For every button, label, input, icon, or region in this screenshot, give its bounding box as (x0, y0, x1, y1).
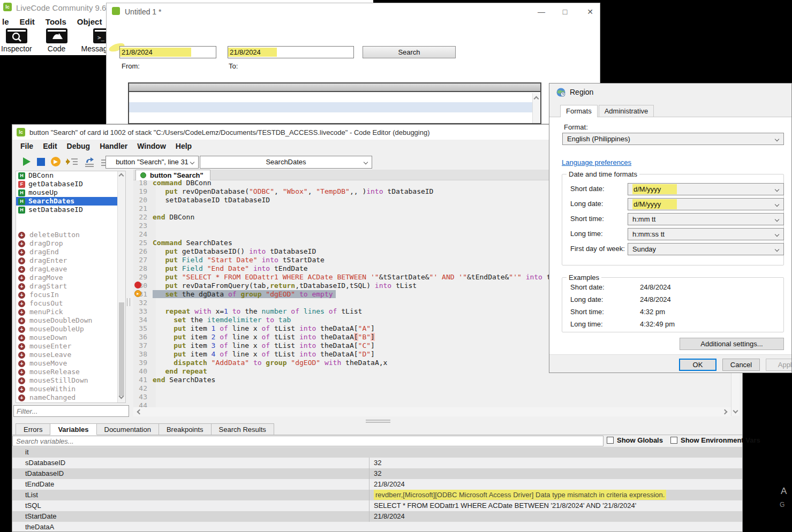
format-row-dropdown-first-day-of-week-[interactable]: Sunday (628, 243, 784, 255)
handler-item-mouseUp[interactable]: HmouseUp (16, 188, 125, 197)
message-item-mouseEnter[interactable]: +mouseEnter (16, 342, 125, 351)
additional-settings-button[interactable]: Additional settings... (680, 338, 784, 350)
step-into-icon[interactable] (66, 157, 79, 167)
message-item-dragEnd[interactable]: +dragEnd (16, 248, 125, 256)
menu-item-handler[interactable]: Handler (95, 141, 132, 151)
menu-item-file[interactable]: File (16, 141, 38, 151)
menu-item-le[interactable]: le (0, 16, 14, 27)
scrollbar-thumb[interactable] (119, 302, 124, 396)
step-out-icon[interactable] (83, 157, 96, 167)
checkbox-box-icon[interactable] (670, 437, 677, 444)
message-item-mouseLeave[interactable]: +mouseLeave (16, 351, 125, 359)
code-line-43[interactable]: 43 (133, 392, 732, 401)
execution-context-dropdown[interactable]: button "Search", line 31 (105, 156, 199, 169)
message-item-mouseDown[interactable]: +mouseDown (16, 333, 125, 342)
menu-item-help[interactable]: Help (171, 141, 197, 151)
message-item-focusOut[interactable]: +focusOut (16, 299, 125, 308)
code-line-44[interactable]: 44 (133, 401, 732, 407)
message-item-mouseDoubleDown[interactable]: +mouseDoubleDown (16, 316, 125, 325)
checkbox-box-icon[interactable] (607, 437, 614, 444)
variable-row-tDatabaseID[interactable]: tDatabaseID32 (12, 468, 742, 479)
to-date-field[interactable]: 21/8/2024 (228, 46, 354, 58)
scroll-up-icon[interactable] (119, 173, 124, 179)
format-row-label: Long time: (570, 230, 603, 238)
message-item-nameChanged[interactable]: +nameChanged (16, 393, 125, 402)
message-item-mouseDoubleUp[interactable]: +mouseDoubleUp (16, 325, 125, 333)
from-date-field[interactable]: 21/8/2024 (119, 46, 216, 58)
maximize-button[interactable]: □ (556, 5, 574, 18)
scroll-up-icon[interactable] (534, 96, 539, 102)
handler-item-SearchDates[interactable]: HSearchDates (16, 197, 125, 206)
tab-search-results[interactable]: Search Results (212, 423, 274, 435)
message-item-deleteButton[interactable]: +deleteButton (16, 231, 125, 239)
message-item-mouseWithin[interactable]: +mouseWithin (16, 385, 125, 393)
variable-row-sDatabaseID[interactable]: sDatabaseID32 (12, 458, 742, 468)
message-item-dragStart[interactable]: +dragStart (16, 282, 125, 291)
variable-row-tList[interactable]: tListrevdberr,[Microsoft][ODBC Microsoft… (12, 490, 742, 500)
panel-splitter-handle[interactable] (127, 298, 130, 306)
format-row-dropdown-long-time-[interactable]: h:mm:ss tt (628, 228, 784, 240)
menu-item-tools[interactable]: Tools (40, 16, 72, 27)
variable-row-theDataA[interactable]: theDataA (12, 522, 742, 531)
menu-item-edit[interactable]: Edit (14, 16, 40, 27)
message-item-focusIn[interactable]: +focusIn (16, 291, 125, 299)
variable-row-tEndDate[interactable]: tEndDate21/8/2024 (12, 479, 742, 490)
datagrid-dgEOD[interactable] (128, 82, 541, 124)
message-item-dragEnter[interactable]: +dragEnter (16, 256, 125, 265)
scroll-right-icon[interactable] (722, 409, 728, 415)
format-row-dropdown-short-time-[interactable]: h:mm tt (628, 213, 784, 225)
code-line-42[interactable]: 42 (133, 384, 732, 392)
message-item-dragMove[interactable]: +dragMove (16, 273, 125, 282)
scroll-left-icon[interactable] (137, 409, 142, 415)
variable-row-it[interactable]: it (12, 447, 742, 458)
menu-item-edit[interactable]: Edit (38, 141, 62, 151)
handler-dropdown[interactable]: SearchDates (200, 156, 372, 169)
format-dropdown[interactable]: English (Philippines) (562, 133, 784, 145)
message-item-mouseMove[interactable]: +mouseMove (16, 359, 125, 368)
datagrid-scrollbar[interactable] (532, 93, 540, 123)
variable-row-tStartDate[interactable]: tStartDate21/8/2024 (12, 511, 742, 522)
message-item-dragDrop[interactable]: +dragDrop (16, 239, 125, 248)
variable-row-tSQL[interactable]: tSQLSELECT * FROM EODattr1 WHERE ACDate … (12, 500, 742, 511)
tab-variables[interactable]: Variables (50, 423, 96, 435)
tool-code[interactable]: Code (46, 28, 67, 53)
menu-item-object[interactable]: Object (72, 16, 108, 27)
format-row-dropdown-short-date-[interactable]: d/M/yyyy (628, 183, 784, 195)
bottom-splitter-handle[interactable] (366, 420, 390, 423)
language-preferences-link[interactable]: Language preferences (562, 158, 631, 166)
ok-button[interactable]: OK (679, 359, 716, 371)
tab-breakpoints[interactable]: Breakpoints (159, 423, 212, 435)
minimize-button[interactable]: — (532, 5, 550, 18)
message-item-dragLeave[interactable]: +dragLeave (16, 265, 125, 273)
checkbox-show-globals[interactable]: Show Globals (607, 436, 663, 444)
checkbox-show-environment-vars[interactable]: Show Environment Vars (670, 436, 760, 444)
stop-icon[interactable] (37, 158, 45, 166)
tab-errors[interactable]: Errors (16, 423, 50, 435)
message-item-mouseRelease[interactable]: +mouseRelease (16, 368, 125, 376)
run-icon[interactable] (23, 157, 31, 166)
handler-item-setDatabaseID[interactable]: HsetDatabaseID (16, 206, 125, 214)
code-horizontal-scrollbar[interactable] (133, 407, 731, 416)
variables-search-input[interactable] (12, 436, 604, 446)
message-item-mouseStillDown[interactable]: +mouseStillDown (16, 376, 125, 385)
format-row-dropdown-long-date-[interactable]: d/M/yyyy (628, 198, 784, 210)
menu-item-debug[interactable]: Debug (62, 141, 95, 151)
search-button[interactable]: Search (363, 46, 456, 58)
handler-filter-input[interactable] (13, 405, 129, 417)
breakpoint-icon[interactable] (134, 282, 141, 288)
code-line-41[interactable]: 41end SearchDates (133, 375, 732, 384)
message-item-menuPick[interactable]: +menuPick (16, 308, 125, 316)
scroll-down-icon[interactable] (733, 408, 738, 414)
handler-item-getDatabaseID[interactable]: FgetDatabaseID (16, 180, 125, 188)
region-tab-formats[interactable]: Formats (560, 105, 598, 117)
menu-item-window[interactable]: Window (132, 141, 171, 151)
tool-inspector[interactable]: Inspector (1, 28, 32, 53)
cancel-button[interactable]: Cancel (722, 359, 760, 371)
region-tab-administrative[interactable]: Administrative (599, 105, 654, 117)
close-button[interactable]: ✕ (581, 5, 599, 18)
continue-icon[interactable]: ▶ (51, 157, 61, 166)
tab-documentation[interactable]: Documentation (97, 423, 159, 435)
handler-item-DBConn[interactable]: HDBConn (16, 171, 125, 180)
handler-scrollbar[interactable] (117, 171, 125, 402)
highlighted-value: d/M/yyyy (632, 184, 677, 194)
